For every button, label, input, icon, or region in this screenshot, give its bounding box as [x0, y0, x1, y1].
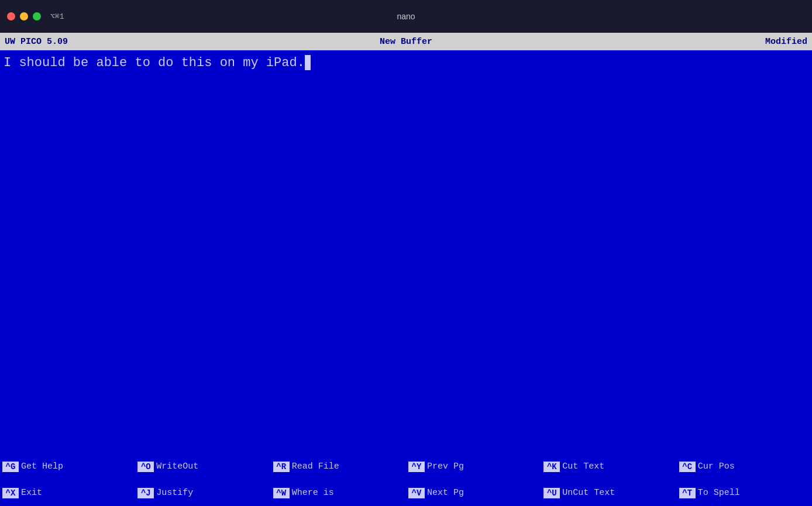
shortcut-label-exit: Exit: [21, 488, 42, 498]
shortcut-label-read-file: Read File: [292, 462, 339, 471]
shortcut-key-^G: ^G: [2, 462, 19, 472]
shortcut-label-where-is: Where is: [292, 488, 334, 498]
shortcut-key-^U: ^U: [543, 488, 560, 498]
shortcut-item-2[interactable]: ^RRead File: [271, 453, 406, 480]
shortcut-key-^T: ^T: [679, 488, 696, 498]
shortcut-label-get-help: Get Help: [21, 462, 63, 471]
close-button[interactable]: [7, 12, 15, 20]
editor-text: I should be able to do this on my iPad.: [4, 56, 305, 70]
shortcut-label-to-spell: To Spell: [698, 488, 740, 498]
shortcut-label-prev-pg: Prev Pg: [427, 462, 464, 471]
editor-area[interactable]: I should be able to do this on my iPad.: [0, 50, 812, 453]
shortcut-key-^C: ^C: [679, 462, 696, 472]
shortcut-item-5[interactable]: ^TTo Spell: [677, 480, 812, 506]
shortcut-key-^Y: ^Y: [408, 462, 425, 472]
shortcut-bar: ^GGet Help^OWriteOut^RRead File^YPrev Pg…: [0, 453, 812, 506]
shortcut-item-0[interactable]: ^GGet Help: [0, 453, 135, 480]
shortcut-key-^K: ^K: [543, 462, 560, 472]
shortcut-item-4[interactable]: ^KCut Text: [541, 453, 676, 480]
titlebar: ⌥⌘1 nano: [0, 0, 812, 33]
status-buffer: New Buffer: [272, 37, 539, 47]
window-controls: ⌥⌘1: [0, 12, 64, 21]
shortcut-key-^J: ^J: [137, 488, 154, 498]
shortcut-label-justify: Justify: [156, 488, 193, 498]
shortcut-key-^V: ^V: [408, 488, 425, 498]
shortcut-key-^X: ^X: [2, 488, 19, 498]
status-version: UW PICO 5.09: [5, 37, 272, 47]
shortcut-item-1[interactable]: ^OWriteOut: [135, 453, 270, 480]
status-modified: Modified: [540, 37, 807, 47]
shortcut-label-next-pg: Next Pg: [427, 488, 464, 498]
shortcut-label-uncut-text: UnCut Text: [562, 488, 615, 498]
shortcut-item-4[interactable]: ^UUnCut Text: [541, 480, 676, 506]
shortcut-label-cut-text: Cut Text: [562, 462, 604, 471]
shortcut-row-2: ^XExit^JJustify^WWhere is^VNext Pg^UUnCu…: [0, 480, 812, 506]
cursor: [305, 55, 311, 70]
shortcut-item-3[interactable]: ^YPrev Pg: [406, 453, 541, 480]
shortcut-row-1: ^GGet Help^OWriteOut^RRead File^YPrev Pg…: [0, 453, 812, 480]
shortcut-key-^O: ^O: [137, 462, 154, 472]
window-shortcut-label: ⌥⌘1: [50, 12, 64, 21]
shortcut-label-cur-pos: Cur Pos: [698, 462, 735, 471]
shortcut-key-^R: ^R: [273, 462, 290, 472]
shortcut-item-2[interactable]: ^WWhere is: [271, 480, 406, 506]
window-title: nano: [397, 12, 415, 21]
minimize-button[interactable]: [20, 12, 28, 20]
maximize-button[interactable]: [33, 12, 41, 20]
editor-content: I should be able to do this on my iPad.: [4, 55, 808, 70]
shortcut-item-0[interactable]: ^XExit: [0, 480, 135, 506]
shortcut-key-^W: ^W: [273, 488, 290, 498]
shortcut-item-3[interactable]: ^VNext Pg: [406, 480, 541, 506]
statusbar: UW PICO 5.09 New Buffer Modified: [0, 33, 812, 50]
shortcut-item-5[interactable]: ^CCur Pos: [677, 453, 812, 480]
shortcut-item-1[interactable]: ^JJustify: [135, 480, 270, 506]
shortcut-label-writeout: WriteOut: [156, 462, 198, 471]
